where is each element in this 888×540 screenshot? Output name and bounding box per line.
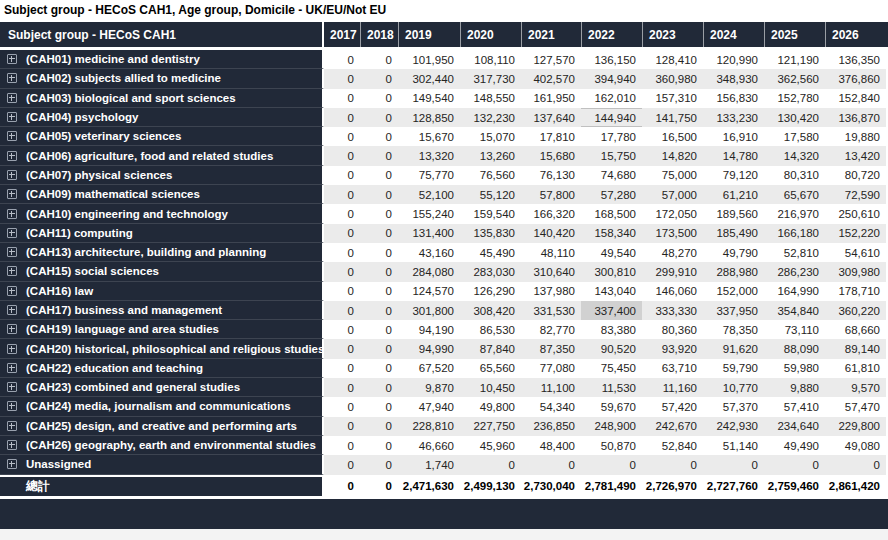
value-cell[interactable]: 9,570 bbox=[825, 378, 886, 397]
value-cell[interactable]: 148,550 bbox=[460, 89, 521, 108]
value-cell[interactable]: 0 bbox=[324, 166, 360, 185]
value-cell[interactable]: 310,640 bbox=[521, 262, 581, 281]
value-cell[interactable]: 11,160 bbox=[642, 378, 703, 397]
expand-icon[interactable] bbox=[7, 112, 17, 122]
value-cell[interactable]: 0 bbox=[360, 185, 398, 204]
row-label[interactable]: (CAH19) language and area studies bbox=[0, 320, 324, 339]
expand-icon[interactable] bbox=[7, 189, 17, 199]
value-cell[interactable]: 0 bbox=[360, 50, 398, 69]
value-cell[interactable]: 136,150 bbox=[581, 50, 642, 69]
value-cell[interactable]: 0 bbox=[324, 282, 360, 301]
value-cell[interactable]: 0 bbox=[324, 397, 360, 416]
value-cell[interactable]: 337,950 bbox=[703, 301, 764, 320]
expand-icon[interactable] bbox=[7, 247, 17, 257]
value-cell[interactable]: 57,370 bbox=[703, 397, 764, 416]
value-cell[interactable]: 15,670 bbox=[398, 127, 460, 146]
column-header-2021[interactable]: 2021 bbox=[521, 22, 581, 47]
value-cell[interactable]: 47,940 bbox=[398, 397, 460, 416]
value-cell[interactable]: 45,960 bbox=[460, 436, 521, 455]
value-cell[interactable]: 164,990 bbox=[764, 282, 825, 301]
value-cell[interactable]: 75,000 bbox=[642, 166, 703, 185]
value-cell[interactable]: 0 bbox=[324, 339, 360, 358]
value-cell[interactable]: 46,660 bbox=[398, 436, 460, 455]
value-cell[interactable]: 0 bbox=[324, 262, 360, 281]
value-cell[interactable]: 162,010 bbox=[581, 89, 642, 108]
value-cell[interactable]: 130,420 bbox=[764, 108, 825, 127]
value-cell[interactable]: 0 bbox=[324, 455, 360, 474]
value-cell[interactable]: 78,350 bbox=[703, 320, 764, 339]
value-cell[interactable]: 52,100 bbox=[398, 185, 460, 204]
value-cell[interactable]: 141,750 bbox=[642, 108, 703, 127]
value-cell[interactable]: 45,490 bbox=[460, 243, 521, 262]
value-cell[interactable]: 49,490 bbox=[764, 436, 825, 455]
expand-icon[interactable] bbox=[7, 54, 17, 64]
value-cell[interactable]: 333,330 bbox=[642, 301, 703, 320]
value-cell[interactable]: 242,930 bbox=[703, 417, 764, 436]
value-cell[interactable]: 308,420 bbox=[460, 301, 521, 320]
value-cell[interactable]: 0 bbox=[324, 243, 360, 262]
value-cell[interactable]: 317,730 bbox=[460, 69, 521, 88]
row-label[interactable]: (CAH17) business and management bbox=[0, 301, 324, 320]
column-header-2025[interactable]: 2025 bbox=[764, 22, 825, 47]
column-header-2020[interactable]: 2020 bbox=[460, 22, 521, 47]
value-cell[interactable]: 152,840 bbox=[825, 89, 886, 108]
value-cell[interactable]: 152,780 bbox=[764, 89, 825, 108]
expand-icon[interactable] bbox=[7, 151, 17, 161]
value-cell[interactable]: 299,910 bbox=[642, 262, 703, 281]
value-cell[interactable]: 51,140 bbox=[703, 436, 764, 455]
value-cell[interactable]: 17,580 bbox=[764, 127, 825, 146]
value-cell[interactable]: 49,080 bbox=[825, 436, 886, 455]
value-cell[interactable]: 234,640 bbox=[764, 417, 825, 436]
value-cell[interactable]: 168,500 bbox=[581, 204, 642, 223]
value-cell[interactable]: 48,270 bbox=[642, 243, 703, 262]
value-cell[interactable]: 126,290 bbox=[460, 282, 521, 301]
value-cell[interactable]: 133,230 bbox=[703, 108, 764, 127]
value-cell[interactable]: 149,540 bbox=[398, 89, 460, 108]
value-cell[interactable]: 0 bbox=[360, 204, 398, 223]
value-cell[interactable]: 65,670 bbox=[764, 185, 825, 204]
value-cell[interactable]: 94,190 bbox=[398, 320, 460, 339]
row-label[interactable]: (CAH25) design, and creative and perform… bbox=[0, 417, 324, 436]
expand-icon[interactable] bbox=[7, 344, 17, 354]
value-cell[interactable]: 82,770 bbox=[521, 320, 581, 339]
value-cell[interactable]: 57,420 bbox=[642, 397, 703, 416]
row-label[interactable]: (CAH02) subjects allied to medicine bbox=[0, 69, 324, 88]
value-cell[interactable]: 65,560 bbox=[460, 359, 521, 378]
expand-icon[interactable] bbox=[7, 382, 17, 392]
value-cell[interactable]: 354,840 bbox=[764, 301, 825, 320]
value-cell[interactable]: 0 bbox=[324, 378, 360, 397]
value-cell[interactable]: 54,340 bbox=[521, 397, 581, 416]
value-cell[interactable]: 74,680 bbox=[581, 166, 642, 185]
value-cell[interactable]: 68,660 bbox=[825, 320, 886, 339]
value-cell[interactable]: 61,210 bbox=[703, 185, 764, 204]
value-cell[interactable]: 101,950 bbox=[398, 50, 460, 69]
value-cell[interactable]: 0 bbox=[642, 455, 703, 474]
value-cell[interactable]: 161,950 bbox=[521, 89, 581, 108]
value-cell[interactable]: 136,870 bbox=[825, 108, 886, 127]
value-cell[interactable]: 0 bbox=[324, 301, 360, 320]
value-cell[interactable]: 77,080 bbox=[521, 359, 581, 378]
row-label[interactable]: Unassigned bbox=[0, 455, 324, 474]
expand-icon[interactable] bbox=[7, 170, 17, 180]
value-cell[interactable]: 0 bbox=[324, 417, 360, 436]
column-header-2019[interactable]: 2019 bbox=[398, 22, 460, 47]
row-label[interactable]: (CAH11) computing bbox=[0, 224, 324, 243]
value-cell[interactable]: 88,090 bbox=[764, 339, 825, 358]
value-cell[interactable]: 13,320 bbox=[398, 146, 460, 165]
expand-icon[interactable] bbox=[7, 401, 17, 411]
value-cell[interactable]: 87,350 bbox=[521, 339, 581, 358]
row-label[interactable]: (CAH20) historical, philosophical and re… bbox=[0, 339, 324, 358]
value-cell[interactable]: 0 bbox=[360, 108, 398, 127]
row-label[interactable]: (CAH16) law bbox=[0, 282, 324, 301]
value-cell[interactable]: 402,570 bbox=[521, 69, 581, 88]
value-cell[interactable]: 0 bbox=[324, 127, 360, 146]
value-cell[interactable]: 132,230 bbox=[460, 108, 521, 127]
value-cell[interactable]: 137,980 bbox=[521, 282, 581, 301]
value-cell[interactable]: 13,260 bbox=[460, 146, 521, 165]
value-cell[interactable]: 108,110 bbox=[460, 50, 521, 69]
value-cell[interactable]: 144,940 bbox=[581, 108, 642, 127]
value-cell[interactable]: 0 bbox=[360, 243, 398, 262]
value-cell[interactable]: 73,110 bbox=[764, 320, 825, 339]
value-cell[interactable]: 146,060 bbox=[642, 282, 703, 301]
value-cell[interactable]: 376,860 bbox=[825, 69, 886, 88]
